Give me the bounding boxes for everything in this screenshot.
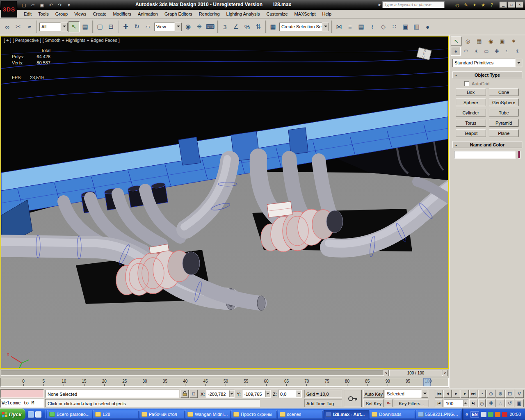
object-type-button[interactable]: Box [456, 88, 486, 96]
autogrid-checkbox[interactable] [464, 81, 469, 86]
pan-icon[interactable]: ✚ [486, 399, 495, 407]
menubar-item[interactable]: Modifiers [110, 10, 135, 18]
named-selection-sets-arrow-icon[interactable] [322, 23, 329, 31]
keyboard-shortcut-override-icon[interactable]: ⌨ [205, 21, 216, 32]
task-messenger[interactable]: Всего разгово... [47, 410, 92, 419]
tray-antivirus-icon[interactable] [502, 412, 507, 417]
previous-frame-button[interactable]: ◀| [443, 390, 452, 398]
lights-category-icon[interactable]: ☀ [471, 47, 481, 56]
time-configuration-button[interactable]: ◷ [478, 399, 486, 407]
key-filters-button[interactable]: Key Filters... [394, 399, 429, 407]
object-type-rollout[interactable]: - Object Type [452, 71, 522, 78]
select-and-manipulate-icon[interactable]: ✳ [194, 21, 205, 32]
render-setup-icon[interactable]: ▣ [400, 21, 411, 32]
curve-editor-icon[interactable]: ≀ [367, 21, 378, 32]
selection-lock-toggle[interactable] [180, 390, 189, 398]
menubar-item[interactable]: Edit [21, 10, 35, 18]
task-folder-desktop[interactable]: Рабочий стол [139, 410, 185, 419]
selection-filter-arrow-icon[interactable] [61, 23, 68, 31]
select-object-icon[interactable]: ↖ [68, 21, 80, 32]
minimize-button[interactable]: ▁ [500, 2, 507, 8]
object-type-button[interactable]: GeoSphere [489, 98, 519, 106]
z-coordinate-field[interactable]: 0,0 [278, 390, 302, 398]
menubar-item[interactable]: Create [89, 10, 110, 18]
subscription-center-icon[interactable]: ✎ [462, 1, 470, 9]
object-type-button[interactable]: Plane [489, 129, 519, 137]
favorites-icon[interactable]: ★ [479, 1, 487, 9]
menubar-item[interactable]: Customize [263, 10, 291, 18]
utilities-tab-icon[interactable]: ✶ [508, 37, 519, 46]
use-pivot-point-center-icon[interactable]: ◉ [183, 21, 194, 32]
infocenter-search-icon[interactable]: ◎ [454, 1, 461, 9]
object-type-button[interactable]: Cylinder [456, 109, 486, 116]
quick-launch-show-desktop-icon[interactable] [35, 411, 41, 418]
task-3dsmax[interactable]: l28.max - Aut... [324, 410, 369, 419]
viewport-label[interactable]: [ + ] [ Perspective ] [ Smooth + Highlig… [4, 38, 120, 43]
orbit-icon[interactable]: ↺ [505, 399, 514, 407]
maxscript-mini-listener[interactable]: Welcome to M [0, 399, 44, 408]
select-by-name-icon[interactable]: ▤ [80, 21, 91, 32]
select-and-scale-icon[interactable]: ▱ [142, 21, 153, 32]
material-editor-icon[interactable]: ∷ [389, 21, 400, 32]
select-and-move-icon[interactable]: ✚ [120, 21, 131, 32]
rectangular-selection-region-icon[interactable]: ▢ [94, 21, 105, 32]
align-icon[interactable]: ≡ [345, 21, 356, 32]
window-crossing-icon[interactable]: ⊟ [105, 21, 116, 32]
tray-volume-icon[interactable] [481, 412, 486, 417]
set-keys-button[interactable] [344, 390, 362, 407]
object-type-button[interactable]: Teapot [456, 129, 486, 137]
frame-forward-button[interactable]: ▶| [469, 399, 477, 407]
named-selection-sets-dropdown[interactable]: Create Selection Se [279, 23, 329, 31]
x-coordinate-field[interactable]: -200,782 [206, 390, 235, 398]
frame-spinner[interactable] [463, 400, 468, 406]
scene-options-icon[interactable]: ▾ [65, 1, 73, 9]
set-key-button[interactable]: Set Key [363, 399, 384, 407]
systems-category-icon[interactable]: ✳ [512, 47, 522, 56]
zoom-extents-all-icon[interactable]: ⊡ [505, 390, 514, 398]
time-slider[interactable]: < 100 / 100 > [0, 369, 449, 377]
tray-firefox-icon[interactable] [495, 412, 500, 417]
menubar-item[interactable]: Animation [135, 10, 161, 18]
restore-button[interactable]: □ [508, 2, 515, 8]
save-file-icon[interactable]: ▣ [38, 1, 46, 9]
render-production-icon[interactable]: ● [422, 21, 433, 32]
geometry-category-icon[interactable]: ● [451, 47, 461, 56]
space-warps-category-icon[interactable]: ≈ [502, 47, 512, 56]
absolute-offset-mode-toggle[interactable]: ⊡ [189, 390, 198, 398]
menubar-item[interactable]: Rendering [196, 10, 223, 18]
object-color-swatch[interactable] [518, 151, 520, 159]
reference-coordinate-system-dropdown[interactable]: View [154, 23, 182, 31]
key-mode-dropdown[interactable]: Selected [385, 390, 428, 398]
maximize-viewport-icon[interactable]: ▣ [515, 399, 524, 407]
zoom-all-icon[interactable]: ⊛ [496, 390, 505, 398]
zoom-icon[interactable]: ⊕ [486, 390, 495, 398]
cameras-category-icon[interactable]: ▭ [482, 47, 491, 56]
edit-named-selection-sets-icon[interactable]: ▦ [267, 21, 278, 32]
undo-icon[interactable]: ↶ [47, 1, 55, 9]
open-file-icon[interactable]: ▱ [29, 1, 37, 9]
object-type-button[interactable]: Cone [489, 88, 519, 96]
unlink-selection-icon[interactable]: ✂ [13, 21, 24, 32]
object-type-button[interactable]: Torus [456, 119, 486, 127]
time-slider-thumb[interactable]: 100 / 100 [389, 370, 442, 376]
walk-through-icon[interactable]: ∴ [496, 399, 505, 407]
macro-recorder-field[interactable] [0, 389, 44, 398]
mirror-icon[interactable]: ⋈ [333, 21, 345, 32]
task-folder-l28[interactable]: L28 [93, 410, 138, 419]
task-folder-wangan[interactable]: Wangan Midnight [185, 410, 231, 419]
name-and-color-rollout[interactable]: - Name and Color [452, 141, 522, 148]
menubar-item[interactable]: Tools [35, 10, 52, 18]
task-image-viewer[interactable]: 5559221.PNG (... [416, 410, 461, 419]
add-time-tag[interactable]: Add Time Tag [304, 399, 342, 407]
communication-center-icon[interactable]: ✦ [471, 1, 478, 9]
tray-messenger-icon[interactable] [488, 412, 493, 417]
frame-back-button[interactable]: |◀ [435, 399, 443, 407]
object-type-button[interactable]: Sphere [456, 98, 486, 106]
bind-to-space-warp-icon[interactable]: ≈ [24, 21, 35, 32]
subcategory-arrow-icon[interactable] [515, 59, 522, 67]
next-frame-button[interactable]: |▶ [461, 390, 469, 398]
language-indicator[interactable]: EN [470, 411, 479, 418]
search-scope-arrow-icon[interactable]: ▶ [379, 3, 381, 7]
menubar-item[interactable]: MAXScript [291, 10, 319, 18]
task-folder-scenes[interactable]: scenes [278, 410, 323, 419]
